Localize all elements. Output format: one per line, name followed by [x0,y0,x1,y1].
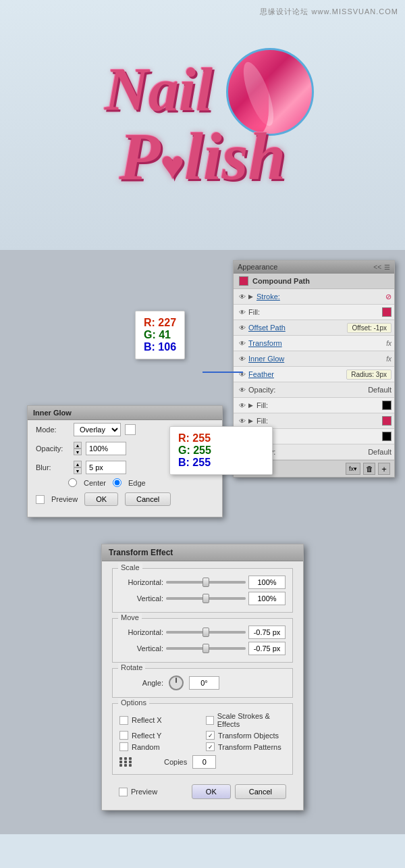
blur-down-btn[interactable]: ▼ [74,467,82,474]
ig-radio-row: Center Edge [28,477,222,488]
ig-blur-spinner[interactable]: ▲ ▼ [74,461,82,474]
eye-icon-stroke[interactable]: 👁 [236,290,248,303]
compound-path-label: Compound Path [252,277,310,285]
ig-ok-button[interactable]: OK [84,492,118,506]
fill-black-label: Fill: [256,401,382,409]
ig-blur-input[interactable]: 5 px [86,461,126,474]
opacity-down-btn[interactable]: ▼ [74,449,82,455]
offset-path-label[interactable]: Offset Path [248,324,347,332]
preview-checkbox[interactable] [119,788,128,796]
ap-add-btn[interactable]: + [378,463,390,475]
nail-polish-artwork: Nail P♥lish [105,55,300,195]
opacity-value-2: Default [368,448,392,456]
arrow-fill-pink[interactable]: ▶ [248,417,256,424]
stroke-label[interactable]: Stroke: [256,292,385,301]
preview-label: Preview [131,788,157,796]
ig-edge-radio[interactable] [113,478,122,487]
transform-objects-checkbox[interactable] [206,731,215,740]
eye-icon-opacity1[interactable]: 👁 [236,384,248,396]
options-section: Options Reflect X Scale Strokes & Effect… [112,703,293,775]
angle-input[interactable] [189,676,219,690]
scale-v-row: Vertical: [119,592,286,605]
ap-row-transform: 👁 Transform fx [234,336,394,351]
transform-label[interactable]: Transform [248,339,386,347]
opacity-value-1: Default [368,386,392,394]
eye-icon-fill-black[interactable]: 👁 [236,399,248,411]
opacity-up-btn[interactable]: ▲ [74,442,82,449]
tf-ok-button[interactable]: OK [192,784,231,799]
copies-input[interactable] [192,755,216,769]
fill-black2-label: Fill: [256,432,382,440]
reflect-x-checkbox[interactable] [119,716,128,725]
ig-opacity-label: Opacity: [36,444,70,453]
transform-objects-label: Transform Objects [218,732,279,740]
fill-swatch-1[interactable] [382,307,392,317]
ig-preview-checkbox[interactable] [36,495,45,504]
fx-btn[interactable]: fx▾ [346,463,360,475]
scale-strokes-checkbox[interactable] [206,716,214,725]
arrow-stroke[interactable]: ▶ [248,293,256,300]
ig-mode-select[interactable]: Overlay [74,423,121,436]
angle-row: Angle: [119,675,286,690]
eye-icon-inner-glow[interactable]: 👁 [236,353,248,365]
rotate-section: Rotate Angle: [112,668,293,698]
eye-icon-fill1[interactable]: 👁 [236,306,248,318]
copies-icon [119,757,133,767]
ap-row-fill-black: 👁 ▶ Fill: [234,398,394,413]
tf-cancel-button[interactable]: Cancel [235,784,286,799]
random-checkbox[interactable] [119,742,128,751]
collapse-icon[interactable]: << [373,263,381,271]
d9 [129,764,132,767]
tf-buttons: OK Cancel [192,784,286,799]
move-v-input[interactable] [248,642,286,655]
ig-center-radio[interactable] [68,478,77,487]
menu-icon[interactable]: ☰ [384,263,390,271]
ig-edge-label: Edge [128,479,146,487]
feather-label[interactable]: Feather [248,370,346,378]
appearance-header: Compound Path [234,274,394,289]
scale-h-input[interactable] [248,576,286,589]
move-v-row: Vertical: [119,642,286,655]
move-h-input[interactable] [248,626,286,639]
transform-patterns-checkbox[interactable] [206,742,215,751]
ig-cancel-button[interactable]: Cancel [125,492,171,506]
move-h-slider[interactable] [166,631,246,634]
color-g-1: G: 41 [144,329,176,341]
fill-swatch-pink[interactable] [382,416,392,426]
blur-up-btn[interactable]: ▲ [74,461,82,467]
fill-swatch-black[interactable] [382,401,392,410]
eye-icon-offset[interactable]: 👁 [236,322,248,334]
scale-h-row: Horizontal: [119,576,286,589]
scale-v-slider[interactable] [166,597,246,600]
ig-color-swatch[interactable] [125,424,136,435]
inner-glow-label[interactable]: Inner Glow [248,355,386,363]
angle-dial[interactable] [169,675,184,690]
scale-v-input[interactable] [248,592,286,605]
scale-strokes-row: Scale Strokes & Effects [206,712,286,728]
move-v-label: Vertical: [119,644,163,653]
move-title: Move [118,613,142,621]
scale-h-slider[interactable] [166,581,246,584]
stroke-slash: ⊘ [385,292,392,301]
move-h-thumb[interactable] [202,628,209,637]
ap-row-inner-glow: 👁 Inner Glow fx [234,351,394,367]
eye-icon-feather[interactable]: 👁 [236,368,248,380]
move-v-thumb[interactable] [202,644,209,653]
offset-badge: Offset: -1px [347,323,392,333]
transform-title: Transform Effect [102,544,303,561]
ig-opacity-input[interactable]: 100% [86,442,126,455]
fill-swatch-black2[interactable] [382,432,392,441]
ig-opacity-spinner[interactable]: ▲ ▼ [74,442,82,455]
ap-trash-btn[interactable]: 🗑 [363,463,375,475]
move-v-slider[interactable] [166,647,246,650]
scale-v-thumb[interactable] [202,594,209,603]
polish-word: P♥lish [119,118,286,195]
eye-icon-fill-pink[interactable]: 👁 [236,415,248,427]
eye-icon-transform[interactable]: 👁 [236,337,248,349]
inner-glow-panel: Inner Glow Mode: Overlay Opacity: ▲ ▼ 10… [27,405,223,517]
arrow-fill-black[interactable]: ▶ [248,402,256,409]
scale-h-thumb[interactable] [202,578,209,587]
reflect-y-checkbox[interactable] [119,731,128,740]
preview-row: Preview [119,788,157,796]
rotate-title: Rotate [118,663,145,671]
